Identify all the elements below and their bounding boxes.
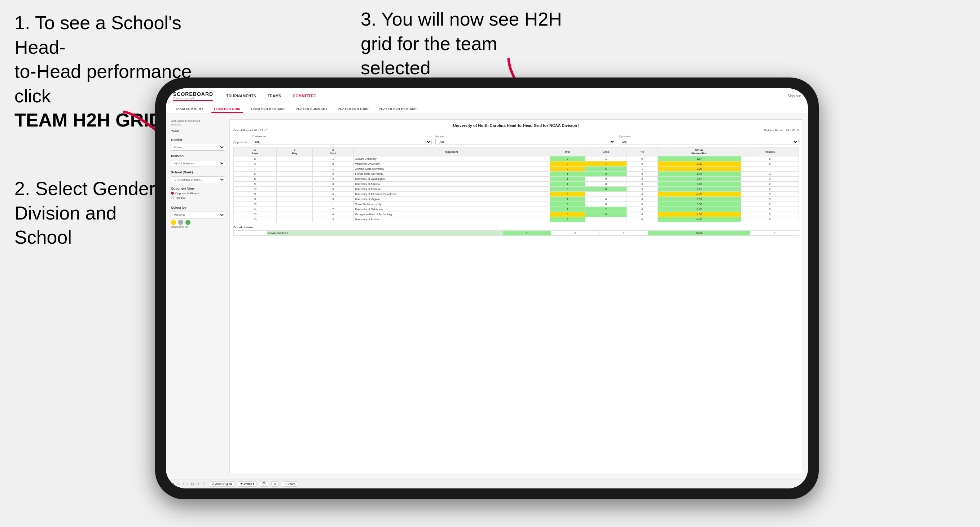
gender-select[interactable]: Men's xyxy=(171,144,225,151)
cell-opponent: Vanderbilt University xyxy=(353,162,550,167)
cell-conf: 3 xyxy=(313,217,353,222)
cell-loss: 1 xyxy=(585,156,627,162)
nav-teams[interactable]: TEAMS xyxy=(266,93,283,100)
app-nav: SCOREBOARD Powered by clippd TOURNAMENTS… xyxy=(166,88,808,104)
cell-rounds: 9 xyxy=(741,202,799,207)
share-button[interactable]: ↗ Share xyxy=(282,481,298,487)
clock-icon[interactable]: ⏱ xyxy=(202,482,206,486)
view-original-button[interactable]: ⊙ View: Original xyxy=(209,481,235,487)
cell-conf: 4 xyxy=(313,212,353,217)
colour-dots xyxy=(171,220,225,225)
tab-player-h2h-heatmap[interactable]: PLAYER H2H HEATMAP xyxy=(377,106,420,112)
redo-icon[interactable]: ↪ xyxy=(177,482,180,486)
cell-conf: 1 xyxy=(313,202,353,207)
cell-opponent: University of Florida xyxy=(353,217,550,222)
sign-out[interactable]: | Sign out xyxy=(786,94,801,98)
col-rank: #Rank xyxy=(234,148,277,156)
cell-win: 2 xyxy=(550,156,585,162)
cell-tie: 0 xyxy=(627,177,658,182)
cell-win: 3 xyxy=(550,202,585,207)
conference-filter-select[interactable]: (All) xyxy=(252,139,432,145)
region-filter-label: Region xyxy=(435,135,615,138)
radio-top100[interactable]: Top 100 xyxy=(171,196,225,199)
tab-team-h2h-heatmap[interactable]: TEAM H2H HEATMAP xyxy=(248,106,288,112)
main-content: Last Updated: 27/03/2024 16:55:38 Team G… xyxy=(166,114,808,479)
division-section: Division NCAA Division I xyxy=(171,154,225,167)
cell-rank: 16 xyxy=(234,217,277,222)
filter-conference: Conference (All) xyxy=(252,135,432,145)
comments-button[interactable]: 💬 xyxy=(260,481,268,487)
app-logo: SCOREBOARD Powered by clippd xyxy=(173,91,213,101)
cell-diff: 3.67 xyxy=(657,177,741,182)
cell-win: 1 xyxy=(550,197,585,202)
team-section: Team xyxy=(171,129,225,135)
left-panel: Last Updated: 27/03/2024 16:55:38 Team G… xyxy=(171,119,225,474)
cell-reg xyxy=(276,171,313,177)
cell-reg xyxy=(276,217,313,222)
radio-group: Opponents Played Top 100 xyxy=(171,192,225,199)
cell-rank: 4 xyxy=(234,167,277,171)
undo-icon[interactable]: ↩ xyxy=(171,482,174,486)
table-row: 2 1 Auburn University 2 1 0 1.67 9 xyxy=(234,156,799,162)
grid-panel: University of North Carolina Head-to-Hea… xyxy=(229,119,803,474)
cell-opponent: University of Washington xyxy=(353,177,550,182)
cell-win: 1 xyxy=(550,177,585,182)
col-conf: #Conf xyxy=(313,148,353,156)
tab-team-h2h-grid[interactable]: TEAM H2H GRID xyxy=(212,106,243,113)
cell-opponent: Florida State University xyxy=(353,171,550,177)
cell-tie: 1 xyxy=(627,167,658,171)
cell-rank: 11 xyxy=(234,192,277,197)
colour-select[interactable]: Win/loss xyxy=(171,211,225,218)
watch-button[interactable]: 👁 Watch ▾ xyxy=(238,481,257,487)
cell-rank: 3 xyxy=(234,162,277,167)
cell-opponent: Auburn University xyxy=(353,156,550,162)
school-select[interactable]: 1. University of Nort... xyxy=(171,176,225,183)
cell-reg xyxy=(276,187,313,192)
cell-rounds: 3 xyxy=(741,197,799,202)
cell-reg xyxy=(276,156,313,162)
cell-rounds: 9 xyxy=(741,207,799,212)
out-div-diff: 26.00 xyxy=(648,231,750,236)
division-select[interactable]: NCAA Division I xyxy=(171,160,225,167)
cell-tie: 0 xyxy=(627,182,658,187)
cell-opponent: University of Alabama xyxy=(353,187,550,192)
crop-icon[interactable]: ⊡ xyxy=(191,482,194,486)
colour-level xyxy=(178,220,183,225)
cell-loss: 1 xyxy=(585,192,627,197)
radio-opponents-played[interactable]: Opponents Played xyxy=(171,192,225,195)
cell-rank: 12 xyxy=(234,197,277,202)
cell-loss: 0 xyxy=(585,187,627,192)
cell-rounds: 3 xyxy=(741,192,799,197)
cell-rounds: 12 xyxy=(741,171,799,177)
region-filter-select[interactable]: (All) xyxy=(435,139,615,145)
out-div-name-cell: NCAA Division II xyxy=(267,231,503,236)
cell-opponent: University of Arkansas, Fayetteville xyxy=(353,192,550,197)
cell-diff: -4.33 xyxy=(657,192,741,197)
cell-win: 3 xyxy=(550,187,585,192)
table-row: 12 3 University of Virginia 1 0 0 2.33 3 xyxy=(234,197,799,202)
tab-player-h2h-grid[interactable]: PLAYER H2H GRID xyxy=(336,106,371,112)
nav-back-icon[interactable]: ‹ xyxy=(183,482,184,486)
grid-title: University of North Carolina Head-to-Hea… xyxy=(233,123,799,128)
cell-tie: 0 xyxy=(627,217,658,222)
instruction-bottom-line3: School xyxy=(14,227,72,248)
nav-committee[interactable]: COMMITTEE xyxy=(291,93,318,100)
instruction-bottom-line2: Division and xyxy=(14,203,116,224)
table-row: 4 1 Arizona State University 0 5 1 2.29 xyxy=(234,167,799,171)
nav-tournaments[interactable]: TOURNAMENTS xyxy=(224,93,258,100)
cell-loss: 5 xyxy=(585,212,627,217)
table-row: 13 1 Texas Tech University 3 0 0 5.56 9 xyxy=(234,202,799,207)
tab-team-summary[interactable]: TEAM SUMMARY xyxy=(173,106,205,112)
nav-forward-icon[interactable]: › xyxy=(186,482,188,486)
tablet-screen: SCOREBOARD Powered by clippd TOURNAMENTS… xyxy=(166,88,808,489)
cell-diff: 9.00 xyxy=(657,182,741,187)
tab-player-summary[interactable]: PLAYER SUMMARY xyxy=(294,106,330,112)
col-win: Win xyxy=(550,148,585,156)
colour-down xyxy=(171,220,176,225)
opponent-filter-select[interactable]: (All) xyxy=(619,139,799,145)
division-record: Division Record: 88 - 17 - 0 xyxy=(764,129,799,132)
out-div-loss: 0 xyxy=(551,231,599,236)
grid-button[interactable]: ⊞ xyxy=(271,481,279,487)
move-icon[interactable]: ✛ xyxy=(197,482,199,486)
col-tie: Tie xyxy=(627,148,658,156)
